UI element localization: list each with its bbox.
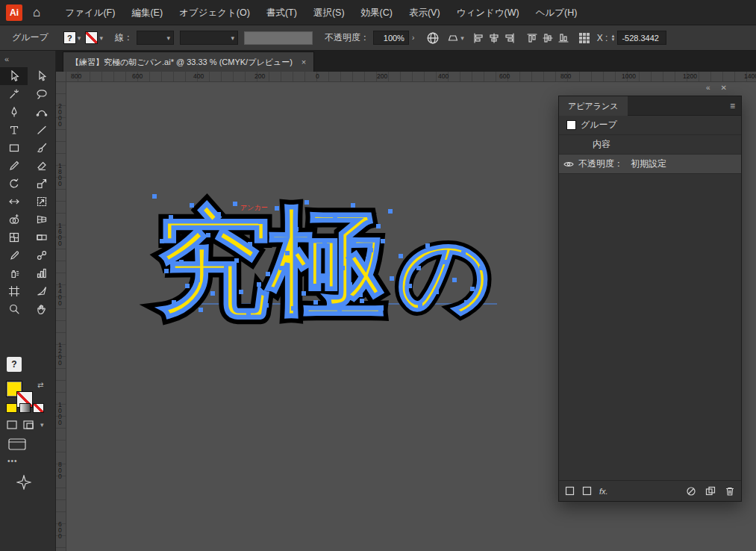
collapse-panels-icon[interactable]: « (706, 84, 710, 92)
appearance-row-opacity[interactable]: 不透明度： 初期設定 (559, 155, 741, 174)
appearance-row-group[interactable]: グループ (559, 116, 741, 135)
swap-fill-stroke-icon[interactable]: ⇄ (37, 381, 43, 389)
close-panel-icon[interactable]: ✕ (721, 84, 727, 92)
clear-appearance-icon[interactable] (686, 486, 696, 496)
stroke-profile-dropdown[interactable]: ▾ (180, 31, 238, 45)
tool-line-segment[interactable] (28, 121, 55, 139)
none-button[interactable] (33, 403, 44, 413)
selection-outline: の (397, 220, 492, 328)
tool-rotate[interactable] (0, 175, 28, 193)
delete-item-icon[interactable] (725, 486, 735, 496)
chevron-down-icon[interactable]: ▾ (460, 34, 464, 42)
stroke-weight-dropdown[interactable]: ▾ (137, 31, 174, 45)
opacity-expand-button[interactable]: › (409, 34, 417, 42)
illustrator-logo[interactable]: Ai (6, 4, 22, 21)
tool-width[interactable] (0, 193, 28, 211)
tab-close-icon[interactable]: × (302, 57, 306, 66)
align-left-icon[interactable] (473, 33, 484, 43)
menu-type[interactable]: 書式(T) (258, 0, 305, 25)
x-stepper[interactable]: ▲ ▼ (610, 34, 615, 42)
menu-window[interactable]: ウィンドウ(W) (449, 0, 528, 25)
edit-toolbar-icon[interactable]: ••• (7, 457, 18, 465)
x-value-input[interactable]: -528.3442 (617, 31, 666, 45)
draw-normal-icon[interactable] (6, 420, 18, 430)
menu-select[interactable]: 選択(S) (305, 0, 353, 25)
menu-view[interactable]: 表示(V) (401, 0, 449, 25)
tool-perspective-grid[interactable] (28, 211, 55, 228)
chevron-down-icon[interactable]: ▾ (40, 421, 44, 429)
chevron-down-icon[interactable]: ▾ (78, 34, 81, 42)
align-top-icon[interactable] (527, 33, 537, 43)
tool-zoom[interactable] (0, 300, 28, 318)
toolbar-collapse-icon[interactable]: « (4, 55, 9, 63)
ruler-label: 800 (58, 461, 65, 479)
tool-selection[interactable] (0, 67, 28, 85)
tool-eyedropper[interactable] (0, 246, 28, 264)
tab-appearance[interactable]: アピアランス (559, 96, 628, 116)
add-fill-icon[interactable] (582, 486, 592, 496)
sparkle-icon[interactable] (16, 475, 31, 490)
ruler-label: 1600 (58, 222, 65, 246)
ruler-label: 1400 (744, 72, 756, 80)
draw-behind-icon[interactable] (22, 420, 34, 430)
tool-paintbrush[interactable] (28, 139, 55, 157)
globe-icon[interactable] (426, 31, 440, 45)
fill-color-swatch[interactable]: ? (63, 31, 76, 44)
add-effect-icon[interactable]: fx. (599, 487, 608, 496)
menu-effect[interactable]: 効果(C) (353, 0, 401, 25)
tool-direct-selection[interactable] (28, 67, 55, 85)
tool-pen[interactable] (0, 103, 28, 121)
tool-blend[interactable] (28, 246, 55, 264)
document-tab-bar: 【練習】究極の朝ごパン.ai* @ 33.33 % (CMYK/プレビュー) × (56, 51, 756, 72)
anchor-points[interactable] (152, 194, 157, 199)
unknown-tool-icon[interactable]: ? (7, 357, 22, 372)
align-middle-icon[interactable] (543, 33, 553, 43)
chevron-down-icon[interactable]: ▾ (99, 34, 103, 42)
opacity-link[interactable]: 初期設定 (631, 158, 666, 170)
ruler-label: 800 (560, 72, 571, 80)
stroke-color-swatch[interactable] (85, 31, 98, 44)
appearance-row-contents[interactable]: 内容 (559, 135, 741, 155)
screen-mode-icon[interactable] (7, 438, 27, 451)
ruler-label: 600 (58, 521, 65, 539)
toolbar: « ? ⇄ (0, 51, 56, 551)
tool-hand[interactable] (28, 300, 55, 318)
tool-pencil[interactable] (0, 157, 28, 175)
menu-object[interactable]: オブジェクト(O) (171, 0, 258, 25)
selected-artwork[interactable]: 究極 の 究極 の アンカー (152, 194, 503, 343)
step-down-icon[interactable]: ▼ (610, 38, 615, 42)
tool-rectangle[interactable] (0, 139, 28, 157)
color-button[interactable] (6, 403, 17, 413)
tool-scale[interactable] (28, 175, 55, 193)
document-tab[interactable]: 【練習】究極の朝ごパン.ai* @ 33.33 % (CMYK/プレビュー) × (63, 52, 314, 72)
tool-gradient[interactable] (28, 228, 55, 246)
panel-menu-icon[interactable]: ≡ (730, 101, 735, 111)
visibility-toggle[interactable] (559, 161, 578, 168)
menu-help[interactable]: ヘルプ(H) (528, 0, 586, 25)
eye-icon (563, 161, 574, 168)
tool-slice[interactable] (28, 282, 55, 300)
align-right-icon[interactable] (504, 33, 515, 43)
tool-lasso[interactable] (28, 85, 55, 103)
tool-type[interactable] (0, 121, 28, 139)
tool-column-graph[interactable] (28, 264, 55, 282)
tool-eraser[interactable] (28, 157, 55, 175)
home-icon[interactable]: ⌂ (33, 4, 40, 21)
menu-edit[interactable]: 編集(E) (123, 0, 171, 25)
reference-point-icon[interactable] (579, 33, 590, 43)
shape-presets-icon[interactable] (447, 32, 459, 44)
gradient-button[interactable] (19, 403, 31, 413)
align-bottom-icon[interactable] (558, 33, 569, 43)
add-stroke-icon[interactable] (565, 486, 575, 496)
tool-shape-builder[interactable] (0, 211, 28, 228)
tool-artboard[interactable] (0, 282, 28, 300)
tool-symbol-sprayer[interactable] (0, 264, 28, 282)
menu-file[interactable]: ファイル(F) (57, 0, 123, 25)
tool-magic-wand[interactable] (0, 85, 28, 103)
duplicate-item-icon[interactable] (705, 486, 716, 496)
tool-free-transform[interactable] (28, 193, 55, 211)
opacity-input[interactable]: 100% (373, 31, 409, 45)
align-center-icon[interactable] (489, 33, 499, 43)
tool-mesh[interactable] (0, 228, 28, 246)
tool-curvature[interactable] (28, 103, 55, 121)
